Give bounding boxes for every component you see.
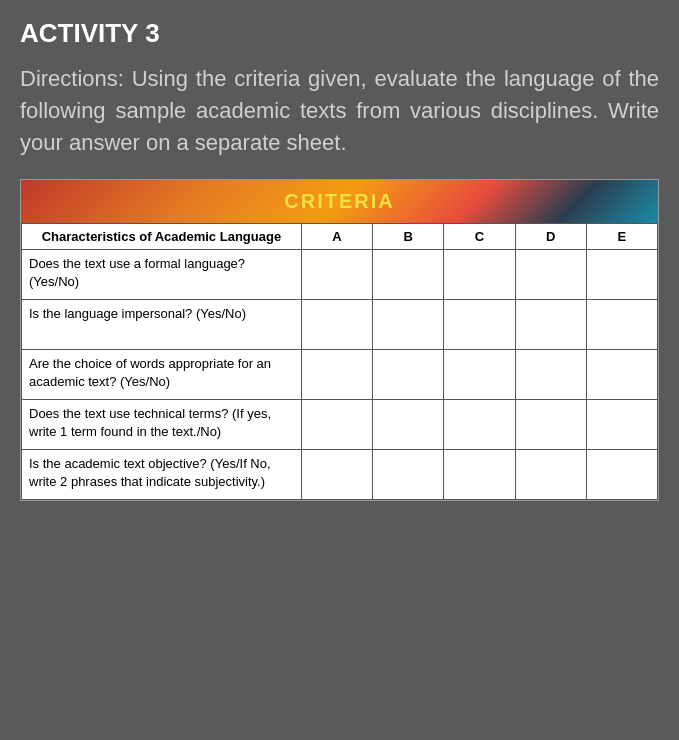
criteria-container: CRITERIA Characteristics of Academic Lan… <box>20 179 659 501</box>
criteria-header-text: CRITERIA <box>284 190 394 212</box>
col-header-a: A <box>301 223 372 249</box>
row-1-col-0[interactable] <box>301 299 372 349</box>
row-0-col-2[interactable] <box>444 249 515 299</box>
row-4-col-1[interactable] <box>373 449 444 499</box>
row-characteristic-4: Is the academic text objective? (Yes/If … <box>22 449 302 499</box>
row-1-col-1[interactable] <box>373 299 444 349</box>
row-4-col-4[interactable] <box>586 449 657 499</box>
row-3-col-0[interactable] <box>301 399 372 449</box>
col-header-e: E <box>586 223 657 249</box>
criteria-table: Characteristics of Academic Language A B… <box>21 223 658 500</box>
col-header-characteristics: Characteristics of Academic Language <box>22 223 302 249</box>
row-2-col-0[interactable] <box>301 349 372 399</box>
row-1-col-4[interactable] <box>586 299 657 349</box>
row-characteristic-3: Does the text use technical terms? (If y… <box>22 399 302 449</box>
row-0-col-0[interactable] <box>301 249 372 299</box>
row-characteristic-2: Are the choice of words appropriate for … <box>22 349 302 399</box>
row-2-col-3[interactable] <box>515 349 586 399</box>
row-characteristic-1: Is the language impersonal? (Yes/No) <box>22 299 302 349</box>
directions-text: Directions: Using the criteria given, ev… <box>20 63 659 159</box>
row-0-col-4[interactable] <box>586 249 657 299</box>
row-3-col-2[interactable] <box>444 399 515 449</box>
criteria-header: CRITERIA <box>21 180 658 223</box>
row-4-col-2[interactable] <box>444 449 515 499</box>
table-row: Does the text use a formal language? (Ye… <box>22 249 658 299</box>
row-4-col-0[interactable] <box>301 449 372 499</box>
col-header-d: D <box>515 223 586 249</box>
row-characteristic-0: Does the text use a formal language? (Ye… <box>22 249 302 299</box>
row-3-col-3[interactable] <box>515 399 586 449</box>
row-2-col-2[interactable] <box>444 349 515 399</box>
row-3-col-1[interactable] <box>373 399 444 449</box>
row-0-col-3[interactable] <box>515 249 586 299</box>
col-header-b: B <box>373 223 444 249</box>
activity-title: ACTIVITY 3 <box>20 18 659 49</box>
table-row: Are the choice of words appropriate for … <box>22 349 658 399</box>
row-1-col-2[interactable] <box>444 299 515 349</box>
col-header-c: C <box>444 223 515 249</box>
table-header-row: Characteristics of Academic Language A B… <box>22 223 658 249</box>
table-row: Is the academic text objective? (Yes/If … <box>22 449 658 499</box>
table-row: Does the text use technical terms? (If y… <box>22 399 658 449</box>
row-1-col-3[interactable] <box>515 299 586 349</box>
row-3-col-4[interactable] <box>586 399 657 449</box>
table-row: Is the language impersonal? (Yes/No) <box>22 299 658 349</box>
row-2-col-1[interactable] <box>373 349 444 399</box>
row-0-col-1[interactable] <box>373 249 444 299</box>
row-4-col-3[interactable] <box>515 449 586 499</box>
row-2-col-4[interactable] <box>586 349 657 399</box>
